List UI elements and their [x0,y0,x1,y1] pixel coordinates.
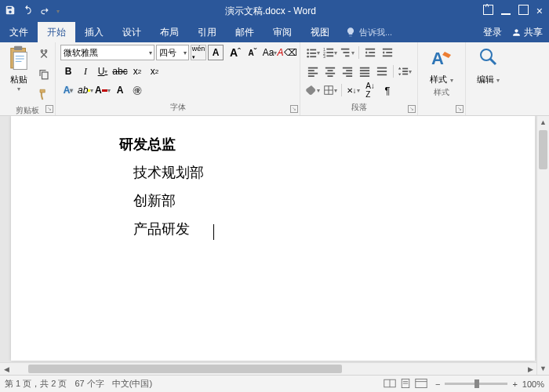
align-right-button[interactable] [340,64,355,79]
styles-button[interactable]: A 样式 ▾ [423,44,460,85]
zoom-slider-thumb[interactable] [474,379,479,388]
justify-button[interactable] [357,64,373,79]
login-button[interactable]: 登录 [483,26,502,39]
zoom-out-button[interactable]: − [435,379,440,389]
read-mode-button[interactable] [384,378,396,390]
find-icon [478,47,499,72]
paragraph-dialog-launcher[interactable]: ↘ [408,105,416,113]
tab-references[interactable]: 引用 [188,22,226,42]
font-dialog-launcher[interactable]: ↘ [290,105,298,113]
tab-file[interactable]: 文件 [0,22,38,42]
align-left-button[interactable] [305,64,321,79]
italic-button[interactable]: I [78,64,93,79]
zoom-level[interactable]: 100% [522,379,544,389]
line-spacing-button[interactable]: ▾ [397,64,413,79]
svg-point-10 [307,53,309,55]
print-layout-button[interactable] [399,378,412,390]
phonetic-guide-button[interactable]: wén▾ [191,45,206,60]
asian-layout-button[interactable]: ✕↓▾ [345,82,361,98]
ribbon-options-icon[interactable]: ^ [483,5,493,17]
undo-icon[interactable] [22,5,33,18]
grow-font-button[interactable]: Aˆ [227,45,243,60]
maximize-icon[interactable] [518,5,529,17]
save-icon[interactable] [5,5,16,18]
text-effects-button[interactable]: A ▾ [60,82,76,98]
decrease-indent-button[interactable] [362,45,378,60]
numbering-button[interactable]: 123▾ [322,45,338,60]
paste-dropdown-icon: ▾ [17,85,20,93]
superscript-button[interactable]: x2 [147,64,162,79]
shrink-font-button[interactable]: Aˇ [245,45,260,60]
svg-rect-42 [360,70,369,71]
document-page[interactable]: 研发总监 技术规划部 创新部 产品研发 [11,116,535,361]
distributed-button[interactable] [374,64,390,79]
cut-button[interactable] [38,48,50,63]
change-case-button[interactable]: Aa▾ [262,45,278,60]
share-button[interactable]: 共享 [511,26,543,39]
sort-button[interactable]: A↓Z [362,82,378,98]
heading-line[interactable]: 研发总监 [119,130,535,158]
clear-formatting-button[interactable]: A⌫ [279,45,295,60]
tab-insert[interactable]: 插入 [75,22,113,42]
char-border-button[interactable]: A [208,45,224,60]
svg-rect-21 [344,52,350,53]
language-indicator[interactable]: 中文(中国) [112,378,152,390]
editing-button[interactable]: 编辑 ▾ [471,44,506,85]
show-marks-button[interactable]: ¶ [380,82,395,98]
svg-rect-19 [326,56,333,57]
increase-indent-button[interactable] [380,45,395,60]
subscript-button[interactable]: x2 [129,64,145,79]
tab-mailings[interactable]: 邮件 [226,22,264,42]
paste-button[interactable]: 粘贴 ▾ [5,44,33,103]
vertical-scrollbar[interactable]: ▲ ▼ [536,116,549,375]
svg-rect-46 [377,71,387,72]
redo-icon[interactable] [39,5,50,18]
tab-layout[interactable]: 布局 [151,22,188,42]
font-color-button[interactable]: A▾ [95,82,111,98]
font-size-combo[interactable]: 四号▾ [156,45,189,60]
horizontal-scroll-thumb[interactable] [28,365,342,373]
shading-button[interactable]: ▾ [305,82,321,98]
font-name-combo[interactable]: 微软雅黑▾ [60,45,155,60]
align-center-button[interactable] [322,64,338,79]
zoom-slider[interactable] [445,383,507,385]
enclose-char-button[interactable]: ㊝ [129,82,145,98]
clipboard-dialog-launcher[interactable]: ↘ [45,105,53,113]
highlight-button[interactable]: ab▾ [78,82,93,98]
paste-icon [8,45,30,72]
strikethrough-button[interactable]: abc [112,64,128,79]
scroll-up-icon[interactable]: ▲ [537,116,549,129]
tab-home[interactable]: 开始 [38,22,75,42]
char-shading-button[interactable]: A [112,82,128,98]
horizontal-scrollbar[interactable]: ◀ ▶ [0,362,536,375]
body-line[interactable]: 技术规划部 [119,158,535,187]
bullets-button[interactable]: ▾ [305,45,321,60]
bold-button[interactable]: B [60,64,76,79]
multilevel-list-button[interactable]: ▾ [340,45,355,60]
scroll-right-icon[interactable]: ▶ [524,363,536,375]
vertical-scroll-thumb[interactable] [539,130,547,169]
tab-review[interactable]: 审阅 [264,22,301,42]
page-indicator[interactable]: 第 1 页，共 2 页 [5,378,67,390]
tab-design[interactable]: 设计 [113,22,151,42]
body-line[interactable]: 产品研发 [119,215,535,243]
zoom-in-button[interactable]: + [512,379,517,389]
styles-dialog-launcher[interactable]: ↘ [456,105,464,113]
scroll-left-icon[interactable]: ◀ [0,363,13,375]
scroll-down-icon[interactable]: ▼ [537,362,549,375]
svg-rect-45 [377,67,387,69]
close-icon[interactable]: × [536,5,543,17]
svg-rect-35 [325,73,335,74]
underline-button[interactable]: U ▾ [95,64,111,79]
word-count[interactable]: 67 个字 [75,378,104,390]
qat-customize-icon[interactable]: ▾ [56,8,60,15]
minimize-icon[interactable] [501,5,511,17]
copy-button[interactable] [38,68,50,83]
tab-view[interactable]: 视图 [301,22,339,42]
web-layout-button[interactable] [415,378,427,390]
borders-button[interactable]: ▾ [322,82,338,98]
tell-me-label: 告诉我... [359,27,392,38]
body-line[interactable]: 创新部 [119,187,535,215]
format-painter-button[interactable] [38,89,50,103]
tell-me-search[interactable]: 告诉我... [339,22,483,42]
